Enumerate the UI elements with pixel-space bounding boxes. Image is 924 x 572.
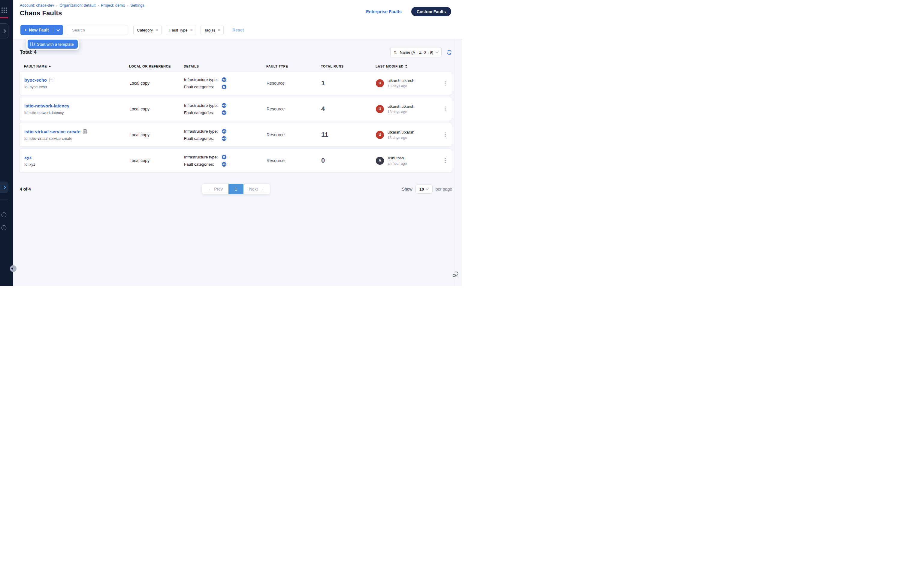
per-page-label: per page <box>436 187 452 191</box>
results-count: 4 of 4 <box>19 187 202 191</box>
new-fault-button[interactable]: + New Fault <box>20 25 53 35</box>
fault-categories-label: Fault categories: <box>184 162 222 166</box>
row-menu-button[interactable] <box>439 107 452 112</box>
kubernetes-icon <box>222 110 227 115</box>
refresh-icon <box>446 50 452 55</box>
arrow-left-icon: ← <box>208 187 212 191</box>
avatar: A <box>376 157 384 165</box>
breadcrumb-settings[interactable]: Settings <box>130 3 145 8</box>
arrow-right-icon: → <box>260 187 264 191</box>
menu-item-start-with-template[interactable]: Start with a template <box>28 40 78 49</box>
sort-updown-icon: ⇅ <box>394 50 397 54</box>
table-row[interactable]: xyz Id: xyz Local copy Infrastructure ty… <box>19 149 452 173</box>
sort-both-icon <box>405 65 407 68</box>
local-or-reference-value: Local copy <box>129 132 184 137</box>
breadcrumb: Account: chaos-dev › Organization: defau… <box>20 3 145 8</box>
close-icon[interactable]: × <box>218 28 220 33</box>
sidebar-module-button[interactable] <box>0 23 8 39</box>
reset-filters-button[interactable]: Reset <box>232 28 244 33</box>
fault-id: Id: istio-network-latency <box>24 111 129 115</box>
column-label: FAULT NAME <box>24 65 47 68</box>
next-page-button[interactable]: Next → <box>243 184 270 194</box>
avatar: U <box>376 131 384 139</box>
column-label: TOTAL RUNS <box>321 65 344 68</box>
search-input[interactable] <box>72 28 125 33</box>
infrastructure-type-label: Infrastructure type: <box>184 155 222 159</box>
new-fault-menu-toggle[interactable] <box>53 25 63 35</box>
fault-type-value: Resource <box>267 158 321 163</box>
infrastructure-type-label: Infrastructure type: <box>184 129 222 134</box>
column-header-fault-name[interactable]: FAULT NAME <box>19 65 129 68</box>
new-fault-dropdown: Start with a template <box>26 39 79 50</box>
breadcrumb-project[interactable]: Project: demo <box>101 3 125 8</box>
kubernetes-icon <box>222 162 227 167</box>
fault-name-link[interactable]: xyz <box>24 155 31 160</box>
chevron-down-icon <box>426 187 429 190</box>
total-runs-value: 4 <box>321 105 376 113</box>
breadcrumb-account[interactable]: Account: chaos-dev <box>20 3 54 8</box>
local-or-reference-value: Local copy <box>129 81 184 85</box>
kubernetes-icon <box>222 77 227 82</box>
chevron-down-icon <box>436 50 439 53</box>
local-or-reference-value: Local copy <box>129 107 184 111</box>
modified-by-user: Ashutosh <box>387 156 407 160</box>
breadcrumb-organization[interactable]: Organization: default <box>59 3 95 8</box>
table-row[interactable]: istio-virtual-service-create Id: istio-v… <box>19 123 452 147</box>
column-header-last-modified[interactable]: LAST MODIFIED <box>376 65 439 68</box>
column-label: DETAILS <box>184 65 199 68</box>
chevron-right-icon <box>2 185 6 190</box>
row-menu-button[interactable] <box>439 158 452 163</box>
fault-categories-label: Fault categories: <box>184 110 222 115</box>
fault-id: Id: istio-virtual-service-create <box>24 137 129 141</box>
total-count: Total: 4 <box>20 50 37 55</box>
per-page-select[interactable]: 10 <box>415 185 432 194</box>
breadcrumb-separator: › <box>56 3 58 8</box>
chat-widget-icon[interactable] <box>452 271 460 280</box>
refresh-button[interactable] <box>446 50 452 55</box>
prev-page-button[interactable]: ← Prev <box>202 184 229 194</box>
prev-label: Prev <box>214 187 223 191</box>
enterprise-faults-link[interactable]: Enterprise Faults <box>366 9 401 14</box>
fault-name-link[interactable]: istio-virtual-service-create <box>24 129 81 134</box>
chevron-down-icon <box>56 28 60 31</box>
column-header-details: DETAILS <box>184 65 266 68</box>
info-icon[interactable] <box>1 225 6 230</box>
table-row[interactable]: istio-network-latency Id: istio-network-… <box>19 97 452 121</box>
modified-time: 13 days ago <box>387 84 414 88</box>
sidebar-collapse-handle[interactable] <box>10 265 17 272</box>
filter-chip-fault-type[interactable]: Fault Type × <box>166 25 196 35</box>
details-cell: Infrastructure type: Fault categories: <box>184 129 267 141</box>
triangle-left-icon <box>11 267 13 270</box>
row-menu-button[interactable] <box>439 132 452 137</box>
fault-type-value: Resource <box>267 132 321 137</box>
total-runs-value: 11 <box>321 131 376 138</box>
local-or-reference-value: Local copy <box>129 158 184 163</box>
close-icon[interactable]: × <box>190 28 193 33</box>
avatar: U <box>376 105 384 113</box>
faults-table-body: byoc-echo Id: byoc-echo Local copy Infra… <box>19 71 452 173</box>
filter-chip-category[interactable]: Category × <box>133 25 162 35</box>
custom-faults-button[interactable]: Custom Faults <box>411 7 451 16</box>
fault-name-link[interactable]: istio-network-latency <box>24 103 69 108</box>
table-header-row: FAULT NAME LOCAL OR REFERENCE DETAILS FA… <box>19 62 452 71</box>
sidebar-expand-button[interactable] <box>0 182 8 193</box>
apps-grid-icon[interactable] <box>2 8 7 13</box>
new-fault-split-button: + New Fault <box>20 25 63 35</box>
page-1-button[interactable]: 1 <box>229 184 243 194</box>
modified-by-user: utkarsh.utkarsh <box>387 130 414 134</box>
row-menu-button[interactable] <box>439 81 452 86</box>
infrastructure-type-label: Infrastructure type: <box>184 78 222 82</box>
modified-time: an hour ago <box>387 162 407 166</box>
modified-time: 13 days ago <box>387 136 414 140</box>
fault-name-link[interactable]: byoc-echo <box>24 78 47 82</box>
filter-label: Fault Type <box>169 28 187 33</box>
close-icon[interactable]: × <box>156 28 158 33</box>
next-label: Next <box>249 187 258 191</box>
app-window: Account: chaos-dev › Organization: defau… <box>0 0 462 286</box>
info-icon[interactable] <box>1 212 6 218</box>
faults-list-section: Total: 4 ⇅ Name (A→Z, 0→9) <box>13 39 462 286</box>
sort-select[interactable]: ⇅ Name (A→Z, 0→9) <box>390 47 442 58</box>
filter-chip-tags[interactable]: Tag(s) × <box>201 25 224 35</box>
table-row[interactable]: byoc-echo Id: byoc-echo Local copy Infra… <box>19 71 452 95</box>
column-label: LOCAL OR REFERENCE <box>129 65 171 68</box>
